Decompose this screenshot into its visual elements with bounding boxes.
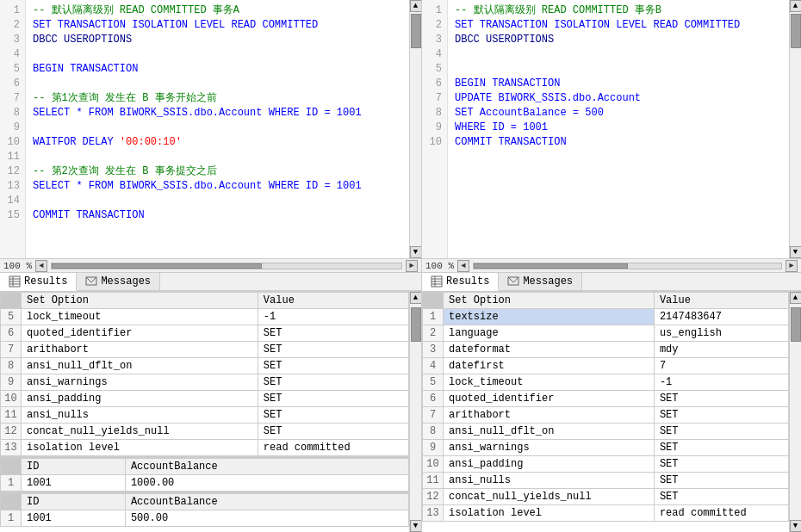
- right-scroll-left[interactable]: ◄: [457, 260, 469, 272]
- left-scroll-thumb[interactable]: [52, 263, 262, 269]
- left-scroll-track[interactable]: [51, 263, 402, 269]
- right-scroll-right[interactable]: ►: [785, 260, 798, 272]
- cell-set-option: ansi_warnings: [444, 440, 655, 456]
- code-line: [33, 150, 414, 164]
- right-results-table-wrap[interactable]: Set OptionValue1textsize21474836472langu…: [422, 292, 789, 532]
- left-results-thumb[interactable]: [411, 307, 421, 342]
- result-section: Set OptionValue1textsize21474836472langu…: [422, 292, 789, 522]
- scroll-down-arrow[interactable]: ▼: [410, 246, 422, 258]
- cell-value: SET: [258, 424, 408, 440]
- left-messages-tab-label: Messages: [101, 275, 151, 288]
- cell-value: 500.00: [125, 510, 408, 527]
- left-vertical-scrollbar[interactable]: ▲ ▼: [409, 0, 421, 258]
- cell-value: SET: [654, 473, 788, 489]
- row-number: 13: [423, 505, 444, 522]
- table-row: 1textsize2147483647: [423, 309, 789, 325]
- code-line: WHERE ID = 1001: [455, 121, 794, 135]
- cell-value: SET: [654, 391, 788, 407]
- scroll-up-arrow[interactable]: ▲: [410, 0, 422, 12]
- cell-set-option: textsize: [444, 309, 655, 325]
- table-header: AccountBalance: [125, 494, 408, 510]
- left-scroll-left[interactable]: ◄: [35, 260, 47, 272]
- left-results-table-wrap[interactable]: Set OptionValue5lock_timeout-16quoted_id…: [0, 292, 409, 532]
- line-number: 6: [5, 77, 20, 91]
- left-results-down[interactable]: ▼: [410, 520, 422, 532]
- row-number: 11: [423, 473, 444, 489]
- line-number: 12: [5, 164, 20, 179]
- table-row: 13isolation levelread committed: [1, 440, 409, 456]
- table-header: Set Option: [22, 293, 258, 309]
- cell-set-option: ansi_nulls: [22, 407, 258, 424]
- left-code-content: -- 默认隔离级别 READ COMMITTED 事务ASET TRANSACT…: [26, 0, 421, 258]
- table-row: 6quoted_identifierSET: [1, 325, 409, 342]
- left-results-vscroll[interactable]: ▲ ▼: [409, 292, 421, 532]
- row-number: 12: [1, 424, 22, 440]
- table-row: 6quoted_identifierSET: [423, 391, 789, 407]
- code-token: COMMIT TRANSACTION: [33, 209, 145, 221]
- cell-set-option: ansi_padding: [22, 391, 258, 407]
- cell-set-option: arithabort: [22, 342, 258, 358]
- code-token: SELECT * FROM BIWORK_SSIS.dbo.Account WH…: [33, 180, 362, 192]
- row-number: 3: [423, 342, 444, 358]
- cell-set-option: datefirst: [444, 358, 655, 374]
- right-results-vscroll[interactable]: ▲ ▼: [789, 292, 801, 532]
- right-scroll-track[interactable]: [473, 263, 782, 269]
- line-number: 8: [5, 106, 20, 121]
- right-vertical-scrollbar[interactable]: ▲ ▼: [789, 0, 801, 258]
- left-line-numbers: 123456789101112131415: [0, 0, 26, 258]
- row-number: 8: [423, 424, 444, 440]
- result-table: Set OptionValue1textsize21474836472langu…: [422, 292, 789, 522]
- code-token: BEGIN TRANSACTION: [33, 63, 138, 75]
- row-number: 6: [1, 325, 22, 342]
- right-results-thumb[interactable]: [791, 307, 801, 342]
- table-row: 7arithabortSET: [423, 407, 789, 424]
- row-number: 9: [1, 374, 22, 391]
- right-code-editor[interactable]: 12345678910 -- 默认隔离级别 READ COMMITTED 事务B…: [422, 0, 801, 258]
- right-scroll-up[interactable]: ▲: [790, 0, 802, 12]
- row-number: 8: [1, 358, 22, 374]
- left-results-tab[interactable]: Results: [0, 273, 77, 291]
- right-results-up[interactable]: ▲: [790, 292, 802, 304]
- left-tab-bar: Results Messages: [0, 272, 421, 291]
- code-line: BEGIN TRANSACTION: [33, 62, 414, 77]
- line-number: 5: [5, 62, 20, 77]
- code-line: [33, 121, 414, 135]
- result-table: Set OptionValue5lock_timeout-16quoted_id…: [0, 292, 409, 456]
- code-token: UPDATE BIWORK_SSIS.dbo.Account: [455, 92, 641, 104]
- right-scroll-down[interactable]: ▼: [790, 246, 802, 258]
- line-number: 4: [5, 47, 20, 62]
- line-number: 7: [427, 91, 442, 106]
- right-scroll-thumb[interactable]: [791, 14, 801, 48]
- cell-value: SET: [654, 489, 788, 505]
- cell-value: 7: [654, 358, 788, 374]
- line-number: 10: [5, 135, 20, 150]
- line-number: 13: [5, 179, 20, 194]
- line-number: 1: [427, 3, 442, 18]
- table-row: 3dateformatmdy: [423, 342, 789, 358]
- code-token: -- 第2次查询 发生在 B 事务提交之后: [33, 165, 217, 177]
- row-number: 1: [423, 309, 444, 325]
- left-scroll-right[interactable]: ►: [406, 260, 418, 272]
- cell-value: SET: [654, 456, 788, 473]
- cell-set-option: quoted_identifier: [22, 325, 258, 342]
- cell-value: SET: [258, 374, 408, 391]
- left-results-up[interactable]: ▲: [410, 292, 422, 304]
- table-header: Value: [654, 293, 788, 309]
- right-results-down[interactable]: ▼: [790, 520, 802, 532]
- left-code-panel: 123456789101112131415 -- 默认隔离级别 READ COM…: [0, 0, 422, 532]
- scroll-thumb[interactable]: [411, 14, 421, 48]
- left-messages-tab[interactable]: Messages: [77, 273, 160, 290]
- right-messages-tab-label: Messages: [523, 275, 573, 288]
- code-line: -- 默认隔离级别 READ COMMITTED 事务B: [455, 3, 794, 18]
- table-header: ID: [22, 494, 126, 510]
- table-row: 2languageus_english: [423, 325, 789, 342]
- row-number: 4: [423, 358, 444, 374]
- cell-value: us_english: [654, 325, 788, 342]
- right-messages-tab[interactable]: Messages: [499, 273, 582, 290]
- code-line: DBCC USEROPTIONS: [33, 33, 414, 47]
- table-row: 110011000.00: [1, 475, 409, 492]
- right-scroll-thumb[interactable]: [474, 263, 627, 269]
- left-code-editor[interactable]: 123456789101112131415 -- 默认隔离级别 READ COM…: [0, 0, 421, 258]
- right-results-tab[interactable]: Results: [422, 273, 499, 291]
- cell-value: SET: [258, 325, 408, 342]
